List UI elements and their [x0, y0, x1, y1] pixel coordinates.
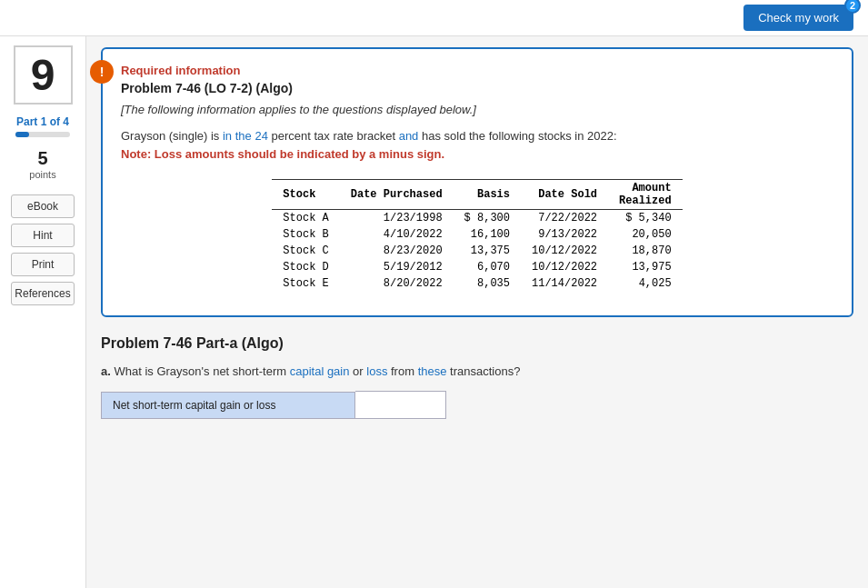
cell-basis-e: 8,035 [454, 275, 521, 292]
table-row: Stock E 8/20/2022 8,035 11/14/2022 4,025 [272, 275, 682, 292]
cell-stock-d: Stock D [272, 259, 339, 275]
hint-button[interactable]: Hint [11, 224, 75, 247]
badge-count: 2 [844, 0, 861, 14]
cell-sold-d: 10/12/2022 [521, 259, 608, 275]
cell-realized-c: 18,870 [608, 243, 683, 259]
check-my-work-label: Check my work [758, 11, 839, 25]
question-number-box: 9 [14, 45, 73, 105]
top-bar: Check my work 2 [0, 0, 868, 36]
highlight-blue-1: in the 24 [223, 129, 268, 143]
answer-label-cell: Net short-term capital gain or loss [101, 392, 355, 419]
col-amount-realized: AmountRealized [608, 180, 683, 210]
highlight-these: these [418, 364, 447, 378]
main-layout: 9 Part 1 of 4 5 points eBook Hint Print … [0, 36, 868, 588]
problem-card-title: Problem 7-46 (LO 7-2) (Algo) [121, 81, 833, 95]
sidebar: 9 Part 1 of 4 5 points eBook Hint Print … [0, 36, 86, 588]
problem-part-title: Problem 7-46 Part-a (Algo) [101, 335, 853, 352]
highlight-blue-2: and [399, 129, 419, 143]
net-short-term-input[interactable] [355, 391, 446, 419]
cell-sold-b: 9/13/2022 [521, 226, 608, 243]
cell-stock-c: Stock C [272, 243, 339, 259]
loss-note: Note: Loss amounts should be indicated b… [121, 147, 444, 161]
cell-realized-d: 13,975 [608, 259, 683, 275]
highlight-loss: loss [366, 364, 387, 378]
cell-date-c: 8/23/2020 [340, 243, 454, 259]
cell-realized-a: $ 5,340 [608, 210, 683, 227]
required-info-label: Required information [121, 64, 833, 77]
cell-stock-a: Stock A [272, 210, 339, 227]
problem-part-section: Problem 7-46 Part-a (Algo) a. What is Gr… [101, 335, 853, 419]
references-button[interactable]: References [11, 282, 75, 305]
italic-note: [The following information applies to th… [121, 103, 833, 116]
description-text: Grayson (single) is in the 24 percent ta… [121, 127, 833, 163]
cell-sold-e: 11/14/2022 [521, 275, 608, 292]
table-row: Stock A 1/23/1998 $ 8,300 7/22/2022 $ 5,… [272, 210, 682, 227]
table-wrapper: Stock Date Purchased Basis Date Sold Amo… [121, 170, 833, 301]
table-row: Stock D 5/19/2012 6,070 10/12/2022 13,97… [272, 259, 682, 275]
cell-stock-b: Stock B [272, 226, 339, 243]
cell-sold-c: 10/12/2022 [521, 243, 608, 259]
stock-table: Stock Date Purchased Basis Date Sold Amo… [272, 179, 682, 292]
col-stock: Stock [272, 180, 339, 210]
question-label: a. [101, 364, 111, 378]
cell-date-a: 1/23/1998 [340, 210, 454, 227]
check-my-work-button[interactable]: Check my work 2 [743, 5, 853, 31]
col-date-purchased: Date Purchased [340, 180, 454, 210]
col-basis: Basis [454, 180, 521, 210]
answer-row: Net short-term capital gain or loss [101, 391, 853, 419]
highlight-capital-gain: capital gain [290, 364, 350, 378]
points-number: 5 [29, 148, 55, 169]
points-label: points [29, 169, 55, 180]
points-section: 5 points [29, 148, 55, 180]
info-card: ! Required information Problem 7-46 (LO … [101, 47, 853, 317]
cell-realized-b: 20,050 [608, 226, 683, 243]
print-button[interactable]: Print [11, 253, 75, 276]
cell-basis-b: 16,100 [454, 226, 521, 243]
question-text: a. What is Grayson's net short-term capi… [101, 364, 853, 378]
table-row: Stock B 4/10/2022 16,100 9/13/2022 20,05… [272, 226, 682, 243]
ebook-button[interactable]: eBook [11, 194, 75, 218]
progress-bar-container [15, 132, 70, 137]
progress-bar-fill [15, 132, 29, 137]
cell-basis-d: 6,070 [454, 259, 521, 275]
question-body: What is Grayson's net short-term capital… [114, 364, 520, 378]
info-icon: ! [90, 60, 114, 84]
cell-basis-a: $ 8,300 [454, 210, 521, 227]
table-row: Stock C 8/23/2020 13,375 10/12/2022 18,8… [272, 243, 682, 259]
content-area: ! Required information Problem 7-46 (LO … [86, 36, 868, 588]
cell-sold-a: 7/22/2022 [521, 210, 608, 227]
col-date-sold: Date Sold [521, 180, 608, 210]
part-label: Part 1 of 4 [16, 115, 69, 128]
cell-date-e: 8/20/2022 [340, 275, 454, 292]
cell-date-d: 5/19/2012 [340, 259, 454, 275]
cell-stock-e: Stock E [272, 275, 339, 292]
question-number: 9 [31, 50, 55, 100]
cell-date-b: 4/10/2022 [340, 226, 454, 243]
cell-basis-c: 13,375 [454, 243, 521, 259]
cell-realized-e: 4,025 [608, 275, 683, 292]
